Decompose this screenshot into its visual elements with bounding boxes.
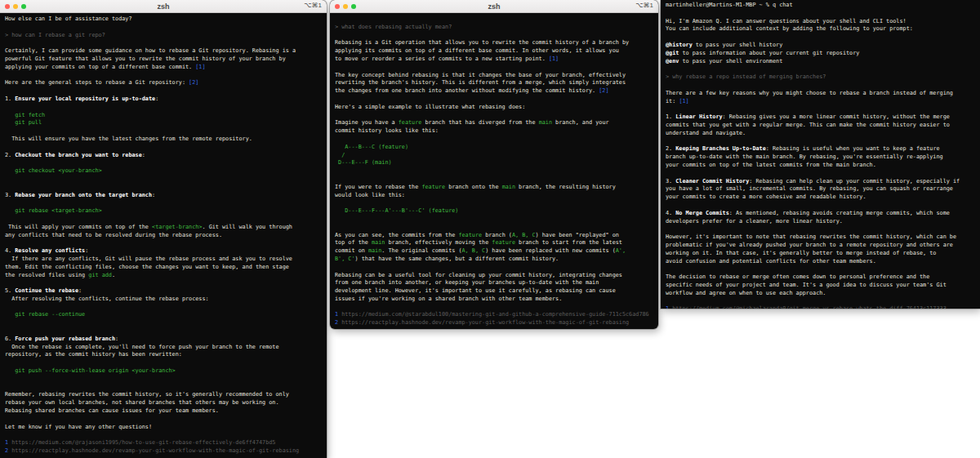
terminal-line: 2. Checkout the branch you want to rebas…	[5, 152, 322, 160]
titlebar[interactable]: zsh ⌥⌘1	[0, 0, 327, 13]
terminal-line: git pull	[5, 119, 322, 127]
terminal-line: git fetch	[5, 112, 322, 120]
terminal-line	[335, 96, 653, 104]
terminal-line: If there are any conflicts, Git will pau…	[5, 256, 322, 264]
terminal-line	[5, 279, 322, 287]
terminal-line: applying its commits on top of a differe…	[335, 47, 653, 56]
terminal-line	[5, 359, 322, 367]
terminal-line: Rebasing can be a useful tool for cleani…	[335, 272, 653, 280]
traffic-lights	[335, 0, 356, 12]
terminal-line	[335, 264, 653, 272]
terminal-line: workflow and agree on when to use each a…	[666, 290, 975, 298]
terminal-line: @history to pass your shell history	[666, 42, 975, 50]
minimize-button[interactable]	[343, 4, 348, 9]
terminal-line: commit history looks like this:	[335, 127, 653, 136]
terminal-line: 4. No Merge Commits: As mentioned, rebas…	[666, 210, 975, 218]
terminal-line: powerful Git feature that allows you to …	[5, 56, 322, 64]
terminal-line: A---B---C (feature)	[335, 144, 653, 152]
terminal-line	[335, 176, 653, 184]
terminal-line: your commits on top of the latest commit…	[666, 162, 975, 170]
terminal-line: repository, as the commit history has be…	[5, 351, 322, 359]
terminal-line	[335, 136, 653, 144]
terminal-line	[666, 10, 975, 18]
terminal-line: The key concept behind rebasing is that …	[335, 72, 653, 80]
terminal-line	[666, 82, 975, 90]
terminal-line	[666, 138, 975, 146]
terminal-line	[5, 431, 322, 439]
terminal-line	[5, 87, 322, 96]
terminal-line: 1 https://medium.com/@starabdul100/maste…	[335, 311, 653, 319]
terminal-line: Rebasing shared branches can cause issue…	[5, 407, 322, 416]
terminal-line: How else can I be of assistance today?	[5, 16, 322, 24]
terminal-line	[5, 159, 322, 167]
terminal-line: it: [1]	[666, 98, 975, 106]
terminal-line	[5, 144, 322, 152]
terminal-line: /	[335, 152, 653, 160]
terminal-line: 6. Force push your rebased branch:	[5, 336, 322, 344]
terminal-window-left: zsh ⌥⌘1 How else can I be of assistance …	[0, 0, 327, 458]
close-button[interactable]	[335, 4, 340, 9]
terminal-line	[335, 64, 653, 72]
terminal-line	[666, 225, 975, 233]
terminal-line: martinheller@Martins-M1-MBP ~ % q chat	[666, 2, 975, 10]
terminal-line	[5, 319, 322, 327]
terminal-line	[335, 199, 653, 207]
terminal-line: 1. Linear History: Rebasing gives you a …	[666, 113, 975, 122]
close-button[interactable]	[5, 4, 10, 9]
terminal-line: you have a lot of small, incremental com…	[666, 185, 975, 193]
terminal-line: As you can see, the commits from the fea…	[335, 232, 653, 240]
terminal-line: The decision to rebase or merge often co…	[666, 273, 975, 282]
terminal-line: @env to pass your shell environment	[666, 58, 975, 66]
terminal-line	[5, 24, 322, 32]
terminal-line: This will apply your commits on top of t…	[5, 224, 322, 232]
terminal-line	[5, 176, 322, 184]
terminal-window-right: martinheller@Martins-M1-MBP ~ % q chat H…	[661, 0, 980, 309]
terminal-line	[335, 216, 653, 224]
terminal-output[interactable]: martinheller@Martins-M1-MBP ~ % q chat H…	[661, 0, 980, 309]
terminal-line: 3. Cleaner Commit History: Rebasing can …	[666, 178, 975, 186]
terminal-line: Rebasing is a Git operation that allows …	[335, 39, 653, 47]
zoom-button[interactable]	[21, 4, 26, 9]
terminal-line: Once the rebase is complete, you'll need…	[5, 344, 322, 352]
terminal-line: 3. Rebase your branch onto the target br…	[5, 192, 322, 200]
terminal-line: the resolved files using git add.	[5, 272, 322, 280]
terminal-line: 2 https://reactplay.hashnode.dev/revamp-…	[5, 447, 322, 456]
terminal-line: @git to pass information about your curr…	[666, 50, 975, 58]
terminal-line: Here's a simple example to illustrate wh…	[335, 104, 653, 112]
terminal-line	[5, 416, 322, 424]
terminal-line: issues if you're working on a shared bra…	[335, 296, 653, 304]
terminal-line: Remember, rebasing rewrites the commit h…	[5, 391, 322, 399]
terminal-line	[335, 224, 653, 232]
terminal-line: git checkout <your-branch>	[5, 167, 322, 176]
terminal-line	[5, 39, 322, 47]
terminal-line	[335, 112, 653, 120]
terminal-line: any conflicts that need to be resolved d…	[5, 232, 322, 240]
terminal-line: There are a few key reasons why you migh…	[666, 90, 975, 98]
terminal-line: from one branch into another, or keeping…	[335, 279, 653, 287]
terminal-line	[5, 184, 322, 192]
terminal-line: Here are the general steps to rebase a G…	[5, 79, 322, 87]
terminal-line: avoid confusion and potential conflicts …	[666, 258, 975, 266]
terminal-line: B', C') that have the same changes, but …	[335, 256, 653, 264]
titlebar[interactable]: zsh ⌥⌘1	[330, 0, 658, 13]
terminal-line: specific needs of your project and team.…	[666, 282, 975, 290]
terminal-line: 1. Ensure your local repository is up-to…	[5, 96, 322, 104]
terminal-line: 1 https://medium.com/@michaelaranda0/git…	[666, 305, 975, 309]
terminal-line: > what does rebasing actually mean?	[335, 24, 653, 32]
terminal-line: top of the main branch, effectively movi…	[335, 239, 653, 247]
terminal-line: Imagine you have a feature branch that h…	[335, 119, 653, 127]
terminal-output[interactable]: How else can I be of assistance today? >…	[0, 13, 327, 456]
terminal-line: applying your commits on top of a differ…	[5, 64, 322, 72]
terminal-line: However, it's important to note that reb…	[666, 233, 975, 242]
terminal-line: Certainly, I can provide some guidance o…	[5, 47, 322, 56]
terminal-output[interactable]: > what does rebasing actually mean? Reba…	[330, 13, 658, 327]
terminal-line: After resolving the conflicts, continue …	[5, 296, 322, 304]
terminal-line: rewriting the branch's history. This is …	[335, 79, 653, 87]
terminal-line: working on it. In that case, it's genera…	[666, 250, 975, 258]
terminal-line	[335, 167, 653, 176]
minimize-button[interactable]	[13, 4, 18, 9]
zoom-button[interactable]	[351, 4, 356, 9]
terminal-line: 2 https://reactplay.hashnode.dev/revamp-…	[335, 319, 653, 327]
terminal-line	[5, 199, 322, 207]
terminal-line	[5, 72, 322, 80]
